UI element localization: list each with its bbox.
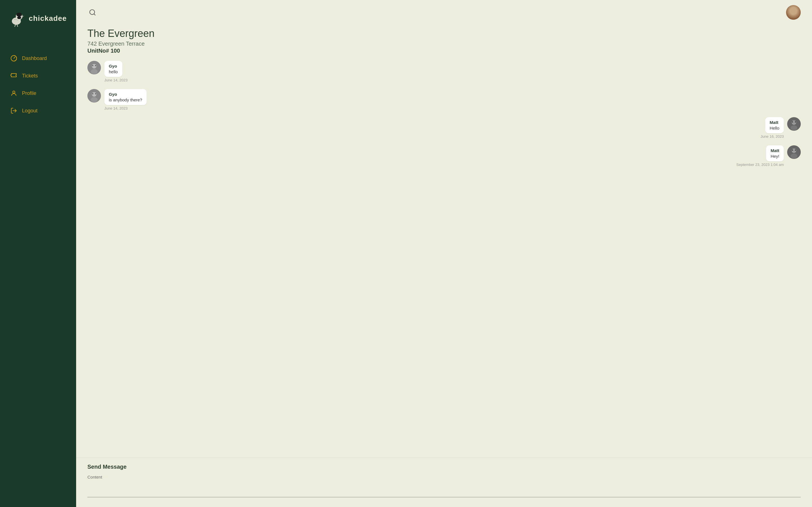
dashboard-icon (10, 55, 17, 62)
svg-point-22 (95, 93, 96, 94)
search-button[interactable] (87, 7, 98, 17)
svg-point-32 (795, 150, 796, 151)
search-icon (89, 9, 96, 16)
svg-point-25 (791, 125, 797, 130)
svg-point-26 (792, 121, 793, 122)
timestamp-3: June 16, 2023 (761, 134, 801, 138)
svg-point-27 (795, 121, 796, 122)
svg-point-20 (91, 97, 98, 102)
sender-name-3: Matt (770, 120, 779, 125)
gyo-avatar-2 (87, 89, 101, 103)
user-avatar[interactable] (786, 5, 801, 20)
svg-point-15 (91, 69, 98, 74)
sidebar: chickadee Dashboard Tickets Profile (0, 0, 76, 507)
message-text-4: Hey! (770, 154, 779, 159)
dashboard-label: Dashboard (22, 55, 47, 61)
sidebar-item-tickets[interactable]: Tickets (6, 68, 70, 83)
message-bubble-2: Gyo is anybody there? (104, 89, 147, 105)
svg-point-21 (92, 93, 93, 94)
message-input[interactable] (87, 482, 801, 497)
message-bubble-4: Matt Hey! (766, 145, 784, 161)
message-bubble-3: Matt Hello (765, 117, 784, 133)
svg-line-7 (17, 24, 18, 27)
timestamp-4: September 23, 2023 1:04 am (737, 163, 801, 167)
content-label: Content (87, 474, 801, 480)
profile-icon (10, 90, 17, 97)
logout-label: Logout (22, 108, 38, 114)
property-name: The Evergreen (87, 27, 801, 40)
svg-point-14 (92, 64, 96, 68)
property-unit: UnitNo# 100 (87, 48, 801, 54)
svg-point-5 (20, 15, 21, 16)
matt-avatar-1 (787, 117, 801, 131)
chickadee-logo-icon (8, 8, 26, 28)
message-row-4: Matt Hey! (766, 145, 801, 161)
logout-icon (10, 107, 17, 114)
send-message-area: Send Message Content (76, 458, 812, 507)
message-group-2: Gyo is anybody there? June 14, 2023 (87, 89, 801, 115)
sidebar-item-dashboard[interactable]: Dashboard (6, 51, 70, 66)
svg-point-19 (92, 92, 96, 97)
tickets-icon (10, 72, 17, 79)
chat-container: The Evergreen 742 Evergreen Terrace Unit… (76, 25, 812, 458)
message-text-3: Hello (770, 126, 779, 130)
sender-name-4: Matt (770, 148, 779, 153)
message-group-4: Matt Hey! September 23, 2023 1:04 am (87, 145, 801, 171)
message-text-1: hello (109, 69, 118, 74)
tickets-label: Tickets (22, 73, 38, 79)
app-name: chickadee (29, 14, 67, 23)
message-row-1: Gyo hello (87, 61, 122, 77)
svg-point-31 (792, 150, 793, 151)
messages-area: Gyo hello June 14, 2023 (87, 61, 801, 449)
svg-point-2 (16, 13, 22, 17)
svg-line-6 (15, 24, 15, 27)
logo-area: chickadee (0, 0, 76, 34)
timestamp-2: June 14, 2023 (87, 106, 128, 110)
message-row-2: Gyo is anybody there? (87, 89, 147, 105)
svg-point-9 (13, 91, 15, 93)
message-group-1: Gyo hello June 14, 2023 (87, 61, 801, 87)
nav-menu: Dashboard Tickets Profile Logout (0, 51, 76, 118)
svg-point-17 (95, 65, 96, 66)
header (76, 0, 812, 25)
search-area (87, 7, 98, 17)
sidebar-item-profile[interactable]: Profile (6, 86, 70, 101)
gyo-avatar-1 (87, 61, 101, 74)
svg-point-24 (792, 120, 796, 125)
message-bubble-1: Gyo hello (104, 61, 122, 77)
sender-name-2: Gyo (109, 92, 142, 97)
svg-point-4 (20, 15, 21, 16)
message-group-3: Matt Hello June 16, 2023 (87, 117, 801, 143)
message-row-3: Matt Hello (765, 117, 801, 133)
svg-point-30 (791, 154, 797, 159)
svg-point-16 (92, 65, 93, 66)
main-content: The Evergreen 742 Evergreen Terrace Unit… (76, 0, 812, 507)
profile-label: Profile (22, 91, 36, 96)
send-message-label: Send Message (87, 464, 801, 470)
message-text-2: is anybody there? (109, 98, 142, 102)
svg-point-3 (17, 16, 21, 19)
sender-name-1: Gyo (109, 64, 118, 68)
timestamp-1: June 14, 2023 (87, 78, 128, 82)
sidebar-item-logout[interactable]: Logout (6, 103, 70, 118)
property-address: 742 Evergreen Terrace (87, 41, 801, 47)
svg-point-29 (792, 149, 796, 153)
matt-avatar-2 (787, 145, 801, 159)
svg-line-12 (94, 14, 95, 15)
